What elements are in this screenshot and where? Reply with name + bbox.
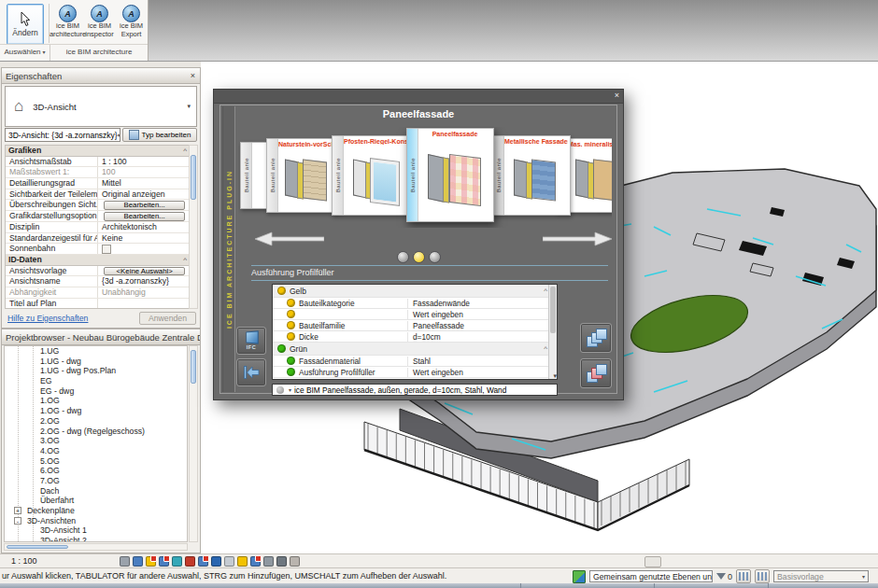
parameter-value[interactable]: Wert eingeben — [407, 379, 547, 381]
parameter-row[interactable]: Profiltyp FassadenelementWert eingeben — [273, 378, 557, 380]
parameter-group-header[interactable]: Grün^ — [273, 343, 557, 356]
worksets-combo[interactable]: Gemeinsam genutzte Ebenen und F ▾ — [589, 570, 713, 582]
apply-to-selection-button[interactable] — [580, 323, 612, 353]
tree-expander-icon[interactable]: - — [14, 517, 21, 525]
tree-item[interactable]: 4.OG — [5, 446, 187, 456]
selection-filter[interactable]: 0 — [716, 572, 732, 581]
parameter-row[interactable]: FassadenmaterialStahl — [273, 356, 557, 367]
parameter-value[interactable]: Stahl — [407, 357, 547, 366]
acoustics-icon[interactable] — [211, 556, 221, 567]
ribbon-button-export[interactable]: Aice BIMExport — [116, 3, 147, 46]
view-selector-combo[interactable]: 3D-Ansicht: {3d -a.zornanszky} ▾ — [5, 128, 120, 142]
result-family-combo[interactable]: ▾ ice BIM Paneelfassade, außen, gerade, … — [272, 384, 558, 396]
property-row[interactable]: Titel auf Plan — [6, 299, 191, 309]
tree-item[interactable]: EG - dwg — [5, 386, 187, 397]
tree-item[interactable]: 1.UG — [5, 346, 187, 357]
apply-to-marked-button[interactable] — [580, 358, 612, 388]
parameter-value[interactable]: Fassadenwände — [407, 299, 547, 308]
close-icon[interactable]: × — [615, 91, 619, 100]
property-row[interactable]: Ansichtsname{3d -a.zornanszky} — [6, 276, 191, 287]
parameter-value[interactable]: Wert eingeben — [407, 368, 547, 377]
carousel-dot[interactable] — [397, 251, 409, 263]
crop-region-icon[interactable] — [237, 556, 248, 567]
property-row[interactable]: Ansichtsmaßstab1 : 100 — [6, 157, 191, 168]
property-row[interactable]: Grafikdarstellungsoption...Bearbeiten... — [6, 211, 191, 222]
parameter-row[interactable]: Wert eingeben — [273, 309, 557, 320]
scroll-down-icon[interactable]: ▾ — [553, 372, 557, 380]
realistic-view-icon[interactable] — [198, 556, 208, 567]
property-value[interactable]: 100 — [97, 167, 191, 177]
shadows-icon[interactable] — [159, 556, 169, 567]
tree-item[interactable]: 3.OG — [5, 436, 187, 446]
tree-item[interactable]: 1.OG - dwg — [5, 406, 187, 416]
tree-item[interactable]: 1.UG - dwg — [5, 357, 187, 367]
property-section-header[interactable]: Grafiken^ — [6, 146, 191, 157]
parameter-group-header[interactable]: Gelb^ — [273, 285, 557, 298]
property-value[interactable] — [97, 299, 191, 309]
tree-item[interactable]: 7.OG — [5, 476, 187, 486]
property-value[interactable]: Architektonisch — [97, 222, 191, 232]
scrollbar-thumb[interactable] — [7, 545, 68, 549]
scrollbar-thumb[interactable] — [191, 155, 196, 200]
chevron-down-icon[interactable]: ▾ — [187, 103, 191, 110]
tree-item[interactable]: +Deckenpläne — [5, 506, 187, 516]
property-row[interactable]: Standardanzeigestil für A...Keine — [6, 233, 191, 245]
tree-scrollbar[interactable] — [189, 345, 198, 542]
checkbox[interactable] — [102, 245, 111, 254]
ribbon-button-inspector[interactable]: Aice BIMinspector — [84, 3, 115, 46]
parameter-value[interactable]: Wert eingeben — [407, 310, 547, 319]
properties-help-link[interactable]: Hilfe zu Eigenschaften — [7, 314, 88, 323]
edit-button[interactable]: <Keine Auswahl> — [104, 267, 185, 276]
tree-item[interactable]: EG — [5, 376, 187, 386]
parameter-row[interactable]: Ausführung ProfilfüllerWert eingeben — [273, 367, 557, 378]
carousel-dot[interactable] — [429, 251, 441, 263]
facade-card[interactable]: Bauteil anleMetallische Fassaden... — [492, 135, 571, 216]
select-toggle-button-2[interactable] — [755, 569, 770, 583]
property-value[interactable]: <Keine Auswahl> — [97, 266, 191, 276]
facade-card[interactable]: Bauteil anleNaturstein-vorSch... — [266, 138, 339, 213]
property-value[interactable]: Bearbeiten... — [97, 200, 191, 210]
edit-type-button[interactable]: Typ bearbeiten — [122, 128, 197, 142]
parameter-value[interactable]: d=10cm — [407, 332, 547, 342]
parameter-value[interactable]: Paneelfassade — [407, 321, 547, 330]
tree-item[interactable]: Überfahrt — [5, 496, 187, 506]
property-row[interactable]: Ansichtsvorlage<Keine Auswahl> — [6, 266, 191, 277]
property-row[interactable]: DetaillierungsgradMittel — [6, 178, 191, 189]
type-selector[interactable]: ⌂ 3D-Ansicht ▾ — [5, 86, 197, 127]
tree-item[interactable]: 5.OG — [5, 456, 187, 467]
property-value[interactable]: Unabhängig — [97, 287, 191, 298]
tree-item[interactable]: Dach — [5, 486, 187, 497]
temporary-hide-icon[interactable] — [250, 556, 261, 567]
back-button[interactable] — [236, 358, 266, 386]
tree-item[interactable]: 6.OG — [5, 466, 187, 476]
carousel-dot[interactable] — [413, 251, 425, 263]
worksharing-display-icon[interactable] — [276, 556, 287, 567]
next-arrow-icon[interactable] — [543, 231, 614, 246]
tree-item[interactable]: 2.OG - dwg (Regelgeschoss) — [5, 427, 187, 437]
property-value[interactable]: Mittel — [97, 178, 191, 189]
tree-item[interactable]: 3D-Ansicht 1 — [5, 525, 187, 536]
mail-icon[interactable] — [120, 556, 130, 567]
scrollbar-thumb[interactable] — [550, 287, 556, 333]
reveal-hidden-icon[interactable] — [263, 556, 274, 567]
tree-expander-icon[interactable]: + — [14, 507, 21, 514]
tree-item[interactable]: -3D-Ansichten — [5, 516, 187, 526]
lighting-icon[interactable] — [185, 556, 195, 567]
table-scrollbar[interactable]: ▾ — [548, 285, 557, 379]
crop-view-icon[interactable] — [224, 556, 234, 567]
property-row[interactable]: Sichtbarkeit der Teilelem...Original anz… — [6, 189, 191, 201]
apply-button[interactable]: Anwenden — [139, 312, 196, 325]
tree-item[interactable]: 1.UG - dwg Pos.Plan — [5, 366, 187, 376]
scrollbar-thumb[interactable] — [191, 350, 196, 384]
facade-card[interactable]: Bauteil anlePaneelfassade — [406, 128, 494, 222]
facade-card[interactable]: Bauteil anlePfosten-Riegel-Konst... — [332, 135, 410, 216]
close-icon[interactable]: × — [190, 71, 196, 80]
parameter-row[interactable]: BauteilkategorieFassadenwände — [273, 298, 557, 309]
select-group-dropdown[interactable]: Auswählen▾ — [0, 45, 50, 61]
tree-horizontal-scrollbar[interactable] — [4, 543, 188, 551]
edit-button[interactable]: Bearbeiten... — [104, 212, 185, 221]
previous-arrow-icon[interactable] — [253, 231, 324, 246]
sun-icon[interactable] — [146, 556, 156, 567]
view-template-combo[interactable]: Basisvorlage ▾ — [773, 570, 869, 582]
property-value[interactable]: Original anzeigen — [97, 189, 191, 200]
